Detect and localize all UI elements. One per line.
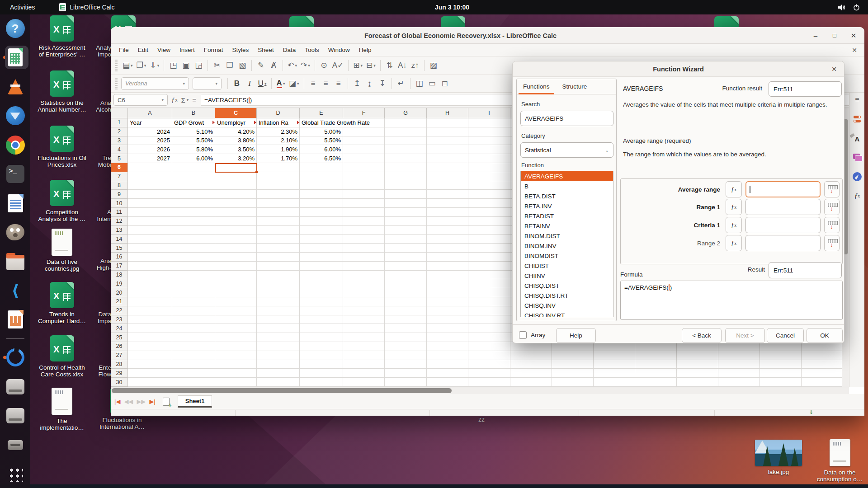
cell-C20[interactable] <box>215 288 257 297</box>
center-vertically-icon[interactable]: ↨ <box>364 77 376 90</box>
cell-D10[interactable] <box>257 199 300 208</box>
cell-A18[interactable] <box>128 271 172 280</box>
cell-H28[interactable] <box>427 360 468 369</box>
cell-I9[interactable] <box>468 190 510 199</box>
cell-C17[interactable] <box>215 262 257 271</box>
cell-D24[interactable] <box>257 324 300 333</box>
fx-button[interactable]: ƒx <box>726 235 742 251</box>
first-sheet-icon[interactable]: |◀ <box>114 398 120 405</box>
row-header-26[interactable]: 26 <box>111 342 128 351</box>
cell-E15[interactable] <box>300 244 343 253</box>
row-header-13[interactable]: 13 <box>111 226 128 235</box>
cell-G4[interactable] <box>385 145 427 154</box>
cell-H24[interactable] <box>427 324 468 333</box>
cell-I13[interactable] <box>468 226 510 235</box>
dock-item-gimp[interactable] <box>2 222 28 243</box>
cell-C27[interactable] <box>215 351 257 360</box>
functions-icon[interactable]: ƒx <box>852 190 863 201</box>
function-item-binom.inv[interactable]: BINOM.INV <box>521 241 613 251</box>
cell-E14[interactable] <box>300 235 343 244</box>
name-box[interactable]: C6 ▾ <box>113 94 168 106</box>
cell-H12[interactable] <box>427 217 468 226</box>
cell-A8[interactable] <box>128 181 172 190</box>
cell-I17[interactable] <box>468 262 510 271</box>
cell-F21[interactable] <box>343 297 385 306</box>
cell-G19[interactable] <box>385 279 427 288</box>
function-item-chidist[interactable]: CHIDIST <box>521 261 613 271</box>
cell-H13[interactable] <box>427 226 468 235</box>
cell-G3[interactable] <box>385 136 427 145</box>
cell-G11[interactable] <box>385 208 427 217</box>
menu-file[interactable]: File <box>114 45 133 56</box>
cell-H8[interactable] <box>427 181 468 190</box>
dock-item-vscode[interactable]: ⟨ <box>2 280 28 301</box>
cell-H11[interactable] <box>427 208 468 217</box>
redo-icon[interactable]: ↷▾ <box>299 59 311 72</box>
merge-cells-icon[interactable]: ▭ <box>426 77 438 90</box>
cell-B19[interactable] <box>172 279 215 288</box>
dock-item-archive-box-2[interactable] <box>2 405 28 426</box>
cell-F22[interactable] <box>343 306 385 315</box>
desktop-icon-col2-2[interactable]: XTreMobi <box>59 126 111 169</box>
shrink-button[interactable] <box>824 199 840 215</box>
function-item-averageifs[interactable]: AVERAGEIFS <box>521 171 613 181</box>
align-top-icon[interactable]: ↥ <box>351 77 363 90</box>
dock-item-help[interactable]: ? <box>2 18 28 39</box>
cell-B21[interactable] <box>172 297 215 306</box>
power-icon[interactable] <box>853 4 860 11</box>
cell-F18[interactable] <box>343 271 385 280</box>
cell-D4[interactable]: 1.90% <box>257 145 300 154</box>
cell-E23[interactable] <box>300 315 343 324</box>
column-header-G[interactable]: G <box>385 108 427 118</box>
cell-A13[interactable] <box>128 226 172 235</box>
cell-G7[interactable] <box>385 172 427 181</box>
cell-A25[interactable] <box>128 333 172 342</box>
cell-B25[interactable] <box>172 333 215 342</box>
param-input[interactable] <box>745 181 821 197</box>
column-header-E[interactable]: E <box>300 108 343 118</box>
cell-I23[interactable] <box>468 315 510 324</box>
cell-H14[interactable] <box>427 235 468 244</box>
cell-I20[interactable] <box>468 288 510 297</box>
cell-I12[interactable] <box>468 217 510 226</box>
cell-H10[interactable] <box>427 199 468 208</box>
cell-C13[interactable] <box>215 226 257 235</box>
cell-B24[interactable] <box>172 324 215 333</box>
cell-A4[interactable]: 2026 <box>128 145 172 154</box>
function-item-betainv[interactable]: BETAINV <box>521 221 613 231</box>
cell-E13[interactable] <box>300 226 343 235</box>
cell-A15[interactable] <box>128 244 172 253</box>
menu-format[interactable]: Format <box>199 45 228 56</box>
cell-A30[interactable] <box>128 378 172 387</box>
cell-G5[interactable] <box>385 154 427 163</box>
cell-D25[interactable] <box>257 333 300 342</box>
cell-G29[interactable] <box>385 369 427 378</box>
cell-I14[interactable] <box>468 235 510 244</box>
row-header-15[interactable]: 15 <box>111 244 128 253</box>
desktop-icon-lake-jpg[interactable]: lake.jpg <box>754 440 803 475</box>
clock[interactable]: Jun 3 10:00 <box>435 4 469 11</box>
desktop-icon-col2-1[interactable]: XAnaAlcoh <box>59 70 111 113</box>
cell-H26[interactable] <box>427 342 468 351</box>
row-header-10[interactable]: 10 <box>111 199 128 208</box>
gallery-icon[interactable] <box>852 152 863 163</box>
cell-F29[interactable] <box>343 369 385 378</box>
cell-I30[interactable] <box>468 378 510 387</box>
cell-F28[interactable] <box>343 360 385 369</box>
cell-I4[interactable] <box>468 145 510 154</box>
cell-F11[interactable] <box>343 208 385 217</box>
cell-F15[interactable] <box>343 244 385 253</box>
cell-F25[interactable] <box>343 333 385 342</box>
cell-A11[interactable] <box>128 208 172 217</box>
cell-F24[interactable] <box>343 324 385 333</box>
cell-F12[interactable] <box>343 217 385 226</box>
properties-icon[interactable] <box>852 113 863 124</box>
align-left-icon[interactable]: ≡ <box>307 77 319 90</box>
cell-E27[interactable] <box>300 351 343 360</box>
desktop-icon-the[interactable]: Theimplementatio… <box>33 388 91 432</box>
dialog-close-icon[interactable]: ✕ <box>830 65 839 74</box>
cell-I24[interactable] <box>468 324 510 333</box>
cell-I19[interactable] <box>468 279 510 288</box>
cell-G20[interactable] <box>385 288 427 297</box>
cell-C15[interactable] <box>215 244 257 253</box>
